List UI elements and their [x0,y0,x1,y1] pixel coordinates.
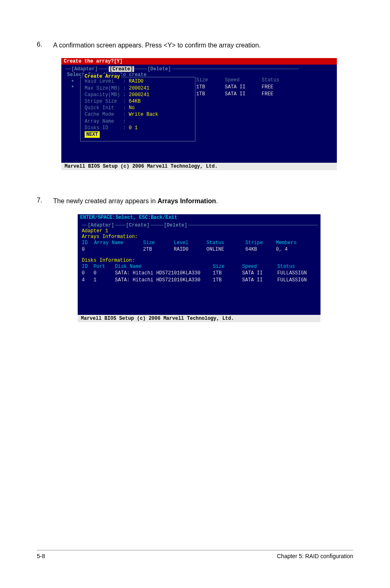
arrays-info-title: Arrays Information: [82,234,316,240]
step-6-number: 6. [37,41,53,50]
field-disks-id: Disks ID : 0 1 [85,125,191,131]
adapter-label: Adapter 1 [82,228,316,234]
bios-screenshot-2: ENTER/SPACE:Select, ESC:Back/Exit ── [Ad… [78,214,321,322]
step-6-text: A confirmation screen appears. Press <Y>… [53,41,261,50]
disk-star-2: * [71,85,74,91]
next-button[interactable]: NEXT [85,131,100,138]
bios1-disk-table: Size Speed Status 1TB SATA II FREE 1TB S… [196,77,325,97]
disk-row-1: 1TB SATA II FREE [196,84,325,91]
row-next: NEXT [85,131,191,138]
field-max-size: Max Size(MB) : 2000241 [85,85,191,92]
tab2-adapter: [Adapter] [87,222,115,228]
field-cache-mode: Cache Mode : Write Back [85,111,191,118]
chapter-title: Chapter 5: RAID configuration [277,553,353,559]
field-array-name: Array Name : [85,118,191,125]
disk-star-1: * [71,79,74,85]
bios1-panel: ── [Adapter] ──── [Create] ───── [Delete… [61,65,337,163]
create-array-box: Create Array Raid Level : RAID0 Max Size… [80,77,195,141]
page-number: 5-8 [37,553,45,559]
bios1-footer: Marvell BIOS Setup (c) 2006 Marvell Tech… [61,163,337,170]
tab2-create: [Create] [125,222,150,228]
field-quick-init: Quick Init : No [85,105,191,111]
field-stripe-size: Stripe Size : 64KB [85,98,191,105]
disks-header-row: ID Port Disk Name Size Speed Status [82,263,316,270]
disks-row-1: 0 0 SATA: Hitachi HDS721010KLA330 1TB SA… [82,270,316,276]
page-footer: 5-8 Chapter 5: RAID configuration [37,550,353,559]
arrays-data-row: 0 2TB RAID0 ONLINE 64KB 0, 4 [82,246,316,253]
step-7-number: 7. [37,197,53,206]
tab-create: [Create] [109,66,134,72]
disks-info-title: Disks Information: [82,258,316,263]
bios2-tabs: ── [Adapter] ──── [Create] ───── [Delete… [82,222,316,228]
arrays-header-row: ID Array Name Size Level Status Stripe M… [82,240,316,246]
step-7-text: The newly created array appears in Array… [53,197,218,206]
bios1-tabs: ── [Adapter] ──── [Create] ───── [Delete… [65,66,333,72]
bios2-panel: ── [Adapter] ──── [Create] ───── [Delete… [78,221,321,315]
disk-table-header: Size Speed Status [196,77,325,84]
field-capacity: Capacity(MB) : 2000241 [85,92,191,98]
disks-row-2: 4 1 SATA: Hitachi HDS721010KLA330 1TB SA… [82,277,316,283]
bios-screenshot-1: Create the array?[Y] ── [Adapter] ──── [… [61,58,337,170]
create-array-title: Create Array [83,74,121,79]
bios2-hint: ENTER/SPACE:Select, ESC:Back/Exit [78,214,321,221]
bios1-title-bar: Create the array?[Y] [61,58,337,65]
tab-delete: [Delete] [147,66,172,72]
step-6: 6. A confirmation screen appears. Press … [37,41,353,50]
bios2-footer: Marvell BIOS Setup (c) 2006 Marvell Tech… [78,315,321,322]
step-7: 7. The newly created array appears in Ar… [37,197,353,206]
tab-adapter: [Adapter] [70,66,99,72]
disk-row-2: 1TB SATA II FREE [196,91,325,98]
tab2-delete: [Delete] [163,222,188,228]
